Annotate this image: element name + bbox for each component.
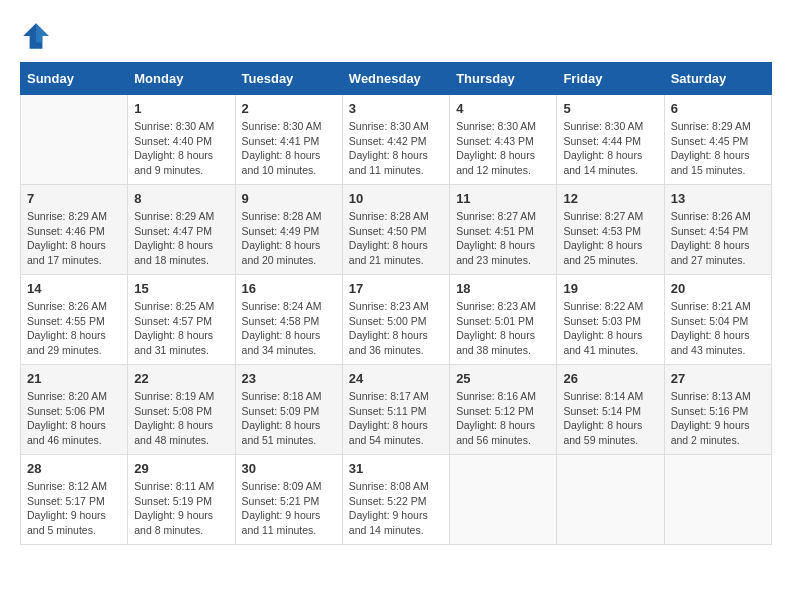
day-info: Sunrise: 8:22 AMSunset: 5:03 PMDaylight:… xyxy=(563,299,657,358)
day-number: 23 xyxy=(242,371,336,386)
calendar-cell: 24Sunrise: 8:17 AMSunset: 5:11 PMDayligh… xyxy=(342,365,449,455)
calendar-cell xyxy=(557,455,664,545)
day-info: Sunrise: 8:20 AMSunset: 5:06 PMDaylight:… xyxy=(27,389,121,448)
day-number: 1 xyxy=(134,101,228,116)
calendar-cell: 7Sunrise: 8:29 AMSunset: 4:46 PMDaylight… xyxy=(21,185,128,275)
calendar-cell: 21Sunrise: 8:20 AMSunset: 5:06 PMDayligh… xyxy=(21,365,128,455)
day-number: 12 xyxy=(563,191,657,206)
calendar-cell: 23Sunrise: 8:18 AMSunset: 5:09 PMDayligh… xyxy=(235,365,342,455)
day-number: 26 xyxy=(563,371,657,386)
header-cell-friday: Friday xyxy=(557,63,664,95)
calendar-cell: 20Sunrise: 8:21 AMSunset: 5:04 PMDayligh… xyxy=(664,275,771,365)
day-info: Sunrise: 8:23 AMSunset: 5:00 PMDaylight:… xyxy=(349,299,443,358)
header-cell-monday: Monday xyxy=(128,63,235,95)
day-number: 14 xyxy=(27,281,121,296)
logo-icon xyxy=(20,20,52,52)
calendar-body: 1Sunrise: 8:30 AMSunset: 4:40 PMDaylight… xyxy=(21,95,772,545)
calendar-cell: 5Sunrise: 8:30 AMSunset: 4:44 PMDaylight… xyxy=(557,95,664,185)
day-number: 11 xyxy=(456,191,550,206)
day-info: Sunrise: 8:17 AMSunset: 5:11 PMDaylight:… xyxy=(349,389,443,448)
header-cell-tuesday: Tuesday xyxy=(235,63,342,95)
calendar-cell: 31Sunrise: 8:08 AMSunset: 5:22 PMDayligh… xyxy=(342,455,449,545)
day-info: Sunrise: 8:30 AMSunset: 4:44 PMDaylight:… xyxy=(563,119,657,178)
day-number: 6 xyxy=(671,101,765,116)
calendar-cell: 15Sunrise: 8:25 AMSunset: 4:57 PMDayligh… xyxy=(128,275,235,365)
day-info: Sunrise: 8:25 AMSunset: 4:57 PMDaylight:… xyxy=(134,299,228,358)
calendar-cell: 29Sunrise: 8:11 AMSunset: 5:19 PMDayligh… xyxy=(128,455,235,545)
day-number: 18 xyxy=(456,281,550,296)
calendar-cell: 6Sunrise: 8:29 AMSunset: 4:45 PMDaylight… xyxy=(664,95,771,185)
day-info: Sunrise: 8:12 AMSunset: 5:17 PMDaylight:… xyxy=(27,479,121,538)
header-row: SundayMondayTuesdayWednesdayThursdayFrid… xyxy=(21,63,772,95)
day-number: 9 xyxy=(242,191,336,206)
calendar-cell: 26Sunrise: 8:14 AMSunset: 5:14 PMDayligh… xyxy=(557,365,664,455)
calendar-cell: 28Sunrise: 8:12 AMSunset: 5:17 PMDayligh… xyxy=(21,455,128,545)
logo xyxy=(20,20,56,52)
day-number: 29 xyxy=(134,461,228,476)
day-number: 24 xyxy=(349,371,443,386)
day-info: Sunrise: 8:29 AMSunset: 4:46 PMDaylight:… xyxy=(27,209,121,268)
day-info: Sunrise: 8:13 AMSunset: 5:16 PMDaylight:… xyxy=(671,389,765,448)
calendar-cell: 19Sunrise: 8:22 AMSunset: 5:03 PMDayligh… xyxy=(557,275,664,365)
day-info: Sunrise: 8:30 AMSunset: 4:41 PMDaylight:… xyxy=(242,119,336,178)
calendar-cell: 11Sunrise: 8:27 AMSunset: 4:51 PMDayligh… xyxy=(450,185,557,275)
day-info: Sunrise: 8:30 AMSunset: 4:43 PMDaylight:… xyxy=(456,119,550,178)
calendar-cell xyxy=(450,455,557,545)
day-number: 2 xyxy=(242,101,336,116)
day-number: 13 xyxy=(671,191,765,206)
day-info: Sunrise: 8:18 AMSunset: 5:09 PMDaylight:… xyxy=(242,389,336,448)
day-info: Sunrise: 8:26 AMSunset: 4:55 PMDaylight:… xyxy=(27,299,121,358)
calendar-cell: 3Sunrise: 8:30 AMSunset: 4:42 PMDaylight… xyxy=(342,95,449,185)
day-number: 20 xyxy=(671,281,765,296)
day-info: Sunrise: 8:09 AMSunset: 5:21 PMDaylight:… xyxy=(242,479,336,538)
calendar-cell: 2Sunrise: 8:30 AMSunset: 4:41 PMDaylight… xyxy=(235,95,342,185)
day-info: Sunrise: 8:23 AMSunset: 5:01 PMDaylight:… xyxy=(456,299,550,358)
calendar-cell: 30Sunrise: 8:09 AMSunset: 5:21 PMDayligh… xyxy=(235,455,342,545)
calendar-cell: 25Sunrise: 8:16 AMSunset: 5:12 PMDayligh… xyxy=(450,365,557,455)
day-info: Sunrise: 8:19 AMSunset: 5:08 PMDaylight:… xyxy=(134,389,228,448)
day-number: 10 xyxy=(349,191,443,206)
day-number: 15 xyxy=(134,281,228,296)
day-number: 19 xyxy=(563,281,657,296)
calendar-cell xyxy=(21,95,128,185)
day-number: 16 xyxy=(242,281,336,296)
calendar-cell: 8Sunrise: 8:29 AMSunset: 4:47 PMDaylight… xyxy=(128,185,235,275)
day-number: 17 xyxy=(349,281,443,296)
day-info: Sunrise: 8:30 AMSunset: 4:40 PMDaylight:… xyxy=(134,119,228,178)
day-info: Sunrise: 8:29 AMSunset: 4:47 PMDaylight:… xyxy=(134,209,228,268)
week-row-2: 7Sunrise: 8:29 AMSunset: 4:46 PMDaylight… xyxy=(21,185,772,275)
header-cell-saturday: Saturday xyxy=(664,63,771,95)
day-number: 28 xyxy=(27,461,121,476)
header-cell-wednesday: Wednesday xyxy=(342,63,449,95)
calendar-cell: 12Sunrise: 8:27 AMSunset: 4:53 PMDayligh… xyxy=(557,185,664,275)
calendar-cell: 10Sunrise: 8:28 AMSunset: 4:50 PMDayligh… xyxy=(342,185,449,275)
calendar-cell: 9Sunrise: 8:28 AMSunset: 4:49 PMDaylight… xyxy=(235,185,342,275)
day-info: Sunrise: 8:24 AMSunset: 4:58 PMDaylight:… xyxy=(242,299,336,358)
calendar-cell: 14Sunrise: 8:26 AMSunset: 4:55 PMDayligh… xyxy=(21,275,128,365)
calendar-cell: 1Sunrise: 8:30 AMSunset: 4:40 PMDaylight… xyxy=(128,95,235,185)
day-number: 30 xyxy=(242,461,336,476)
day-info: Sunrise: 8:28 AMSunset: 4:50 PMDaylight:… xyxy=(349,209,443,268)
day-info: Sunrise: 8:11 AMSunset: 5:19 PMDaylight:… xyxy=(134,479,228,538)
calendar-cell: 18Sunrise: 8:23 AMSunset: 5:01 PMDayligh… xyxy=(450,275,557,365)
week-row-4: 21Sunrise: 8:20 AMSunset: 5:06 PMDayligh… xyxy=(21,365,772,455)
day-number: 4 xyxy=(456,101,550,116)
calendar-header: SundayMondayTuesdayWednesdayThursdayFrid… xyxy=(21,63,772,95)
day-info: Sunrise: 8:27 AMSunset: 4:53 PMDaylight:… xyxy=(563,209,657,268)
day-info: Sunrise: 8:27 AMSunset: 4:51 PMDaylight:… xyxy=(456,209,550,268)
week-row-1: 1Sunrise: 8:30 AMSunset: 4:40 PMDaylight… xyxy=(21,95,772,185)
week-row-5: 28Sunrise: 8:12 AMSunset: 5:17 PMDayligh… xyxy=(21,455,772,545)
day-number: 25 xyxy=(456,371,550,386)
calendar-table: SundayMondayTuesdayWednesdayThursdayFrid… xyxy=(20,62,772,545)
day-info: Sunrise: 8:29 AMSunset: 4:45 PMDaylight:… xyxy=(671,119,765,178)
week-row-3: 14Sunrise: 8:26 AMSunset: 4:55 PMDayligh… xyxy=(21,275,772,365)
header-cell-thursday: Thursday xyxy=(450,63,557,95)
calendar-cell: 17Sunrise: 8:23 AMSunset: 5:00 PMDayligh… xyxy=(342,275,449,365)
page-header xyxy=(20,20,772,52)
day-number: 31 xyxy=(349,461,443,476)
calendar-cell: 22Sunrise: 8:19 AMSunset: 5:08 PMDayligh… xyxy=(128,365,235,455)
calendar-cell: 13Sunrise: 8:26 AMSunset: 4:54 PMDayligh… xyxy=(664,185,771,275)
svg-marker-1 xyxy=(36,23,49,42)
day-number: 27 xyxy=(671,371,765,386)
day-info: Sunrise: 8:16 AMSunset: 5:12 PMDaylight:… xyxy=(456,389,550,448)
